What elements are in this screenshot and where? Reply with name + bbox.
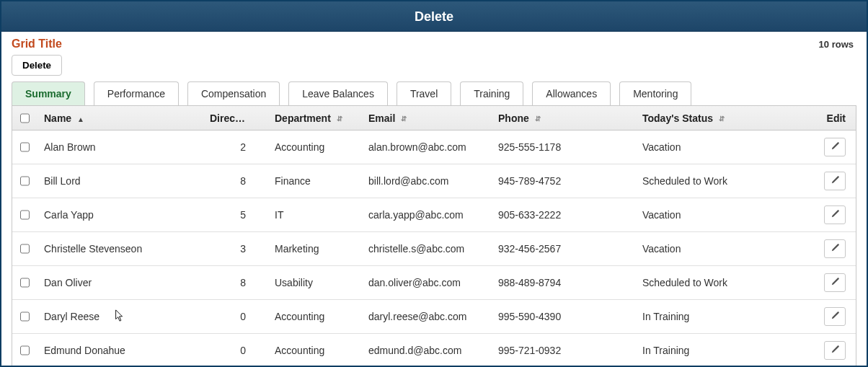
tab-label: Summary	[25, 88, 71, 100]
edit-button[interactable]	[824, 273, 846, 292]
tab-leave-balances[interactable]: Leave Balances	[288, 81, 388, 105]
cell-directs: 0	[203, 345, 267, 356]
cell-directs: 0	[203, 311, 267, 322]
pencil-icon	[831, 311, 840, 322]
sort-icon: ⇵	[535, 115, 541, 123]
edit-button[interactable]	[824, 138, 846, 156]
cell-department: Marketing	[267, 243, 361, 255]
tab-label: Travel	[410, 88, 438, 100]
cell-department: Accounting	[267, 311, 361, 322]
cell-status: In Training	[635, 345, 805, 356]
cell-status: Vacation	[635, 141, 805, 153]
row-checkbox-cell	[12, 174, 37, 188]
cell-edit	[805, 138, 856, 156]
col-name[interactable]: Name ▲	[37, 112, 203, 124]
cell-edit	[805, 239, 856, 258]
cell-edit	[805, 172, 856, 190]
col-status[interactable]: Today's Status ⇵	[635, 112, 805, 124]
table-row: Dan Oliver8Usabilitydan.oliver@abc.com98…	[12, 266, 856, 300]
cell-status: Scheduled to Work	[635, 175, 805, 187]
pencil-icon	[831, 175, 840, 187]
col-edit: Edit	[805, 112, 856, 124]
tab-training[interactable]: Training	[460, 81, 523, 105]
app-window: Delete Grid Title 10 rows Delete Summary…	[0, 0, 868, 367]
pencil-icon	[831, 277, 840, 288]
cell-email: carla.yapp@abc.com	[361, 209, 491, 221]
row-checkbox-cell	[12, 242, 37, 256]
cell-name: Dan Oliver	[37, 277, 203, 288]
cell-directs: 8	[203, 175, 267, 187]
cell-phone: 945-789-4752	[491, 175, 635, 187]
cell-phone: 995-590-4390	[491, 311, 635, 322]
cell-phone: 932-456-2567	[491, 243, 635, 255]
cell-status: Vacation	[635, 209, 805, 221]
col-phone[interactable]: Phone ⇵	[491, 112, 635, 124]
tab-label: Allowances	[546, 88, 597, 100]
sort-icon: ⇵	[401, 115, 407, 123]
data-grid: Name ▲ Directs ⇵ Department ⇵ Email ⇵ Ph…	[12, 105, 856, 367]
cell-email: christelle.s@abc.com	[361, 243, 491, 255]
col-department[interactable]: Department ⇵	[267, 112, 361, 124]
grid-title: Grid Title	[12, 37, 62, 50]
pencil-icon	[831, 209, 840, 221]
tab-summary[interactable]: Summary	[12, 81, 85, 105]
col-name-label: Name	[44, 112, 71, 124]
delete-button[interactable]: Delete	[12, 55, 62, 76]
cell-status: Vacation	[635, 243, 805, 255]
tab-compensation[interactable]: Compensation	[187, 81, 280, 105]
cell-phone: 988-489-8794	[491, 277, 635, 288]
cell-name: Edmund Donahue	[37, 345, 203, 356]
tab-performance[interactable]: Performance	[94, 81, 179, 105]
col-email[interactable]: Email ⇵	[361, 112, 491, 124]
delete-button-label: Delete	[22, 60, 51, 71]
edit-button[interactable]	[824, 341, 846, 360]
edit-button[interactable]	[824, 307, 846, 326]
cell-department: Finance	[267, 175, 361, 187]
tab-travel[interactable]: Travel	[397, 81, 451, 105]
cell-email: dan.oliver@abc.com	[361, 277, 491, 288]
cell-name: Alan Brown	[37, 141, 203, 153]
row-checkbox[interactable]	[20, 345, 30, 355]
row-checkbox[interactable]	[20, 176, 30, 186]
row-checkbox-cell	[12, 309, 37, 324]
tab-allowances[interactable]: Allowances	[532, 81, 611, 105]
tab-mentoring[interactable]: Mentoring	[619, 81, 691, 105]
table-row: Bill Lord8Financebill.lord@abc.com945-78…	[12, 164, 856, 198]
tab-bar: SummaryPerformanceCompensationLeave Bala…	[12, 81, 856, 105]
col-department-label: Department	[275, 112, 331, 124]
row-checkbox[interactable]	[20, 210, 30, 220]
cell-department: IT	[267, 209, 361, 221]
cell-status: Scheduled to Work	[635, 277, 805, 288]
row-checkbox[interactable]	[20, 244, 30, 254]
edit-button[interactable]	[824, 239, 846, 258]
col-email-label: Email	[368, 112, 395, 124]
tab-label: Mentoring	[633, 88, 678, 100]
tab-label: Leave Balances	[302, 88, 374, 100]
row-checkbox[interactable]	[20, 142, 30, 152]
row-checkbox[interactable]	[20, 311, 30, 322]
cell-directs: 5	[203, 209, 267, 221]
table-row: Carla Yapp5ITcarla.yapp@abc.com905-633-2…	[12, 198, 856, 232]
cell-department: Usability	[267, 277, 361, 288]
col-checkbox	[12, 111, 37, 125]
sort-icon: ⇵	[337, 115, 342, 123]
cell-directs: 3	[203, 243, 267, 255]
sort-asc-icon: ▲	[77, 115, 84, 123]
col-directs[interactable]: Directs ⇵	[203, 112, 267, 124]
col-status-label: Today's Status	[642, 112, 713, 124]
row-checkbox-cell	[12, 208, 37, 222]
cell-directs: 2	[203, 141, 267, 153]
cell-phone: 995-721-0932	[491, 345, 635, 356]
row-checkbox[interactable]	[20, 278, 30, 288]
cell-name: Daryl Reese	[37, 311, 203, 322]
select-all-checkbox[interactable]	[20, 113, 30, 123]
cell-edit	[805, 307, 856, 326]
cell-name: Christelle Stevenseon	[37, 243, 203, 255]
pencil-icon	[831, 345, 840, 356]
cell-edit	[805, 273, 856, 292]
cell-edit	[805, 205, 856, 224]
edit-button[interactable]	[824, 172, 846, 190]
table-row: Edmund Donahue0Accountingedmund.d@abc.co…	[12, 334, 856, 367]
edit-button[interactable]	[824, 205, 846, 224]
cell-email: daryl.reese@abc.com	[361, 311, 491, 322]
